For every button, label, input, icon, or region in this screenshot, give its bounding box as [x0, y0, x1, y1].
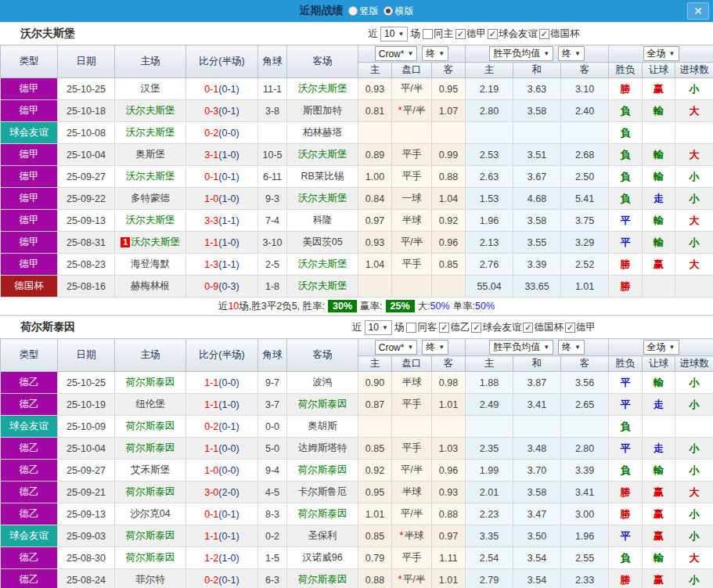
chevron-down-icon: ▼: [574, 344, 581, 351]
mean-away: 3.39: [561, 460, 609, 482]
result-goals: [675, 122, 713, 144]
match-row: 德甲25-08-311沃尔夫斯堡1-1(1-0)3-10美因茨050.93平/半…: [1, 232, 713, 254]
corner-score: 5-0: [258, 438, 287, 460]
same-venue-checkbox[interactable]: 同客: [406, 321, 437, 334]
mean-home: 2.01: [466, 482, 513, 503]
handicap-name: *半球: [392, 525, 432, 547]
col-away: 客场: [287, 45, 358, 78]
league-checkbox[interactable]: ✓德国杯: [539, 27, 580, 41]
result-wdl: 勝: [609, 569, 643, 588]
odds-away: [432, 416, 466, 438]
league-checkbox[interactable]: ✓球会友谊: [488, 27, 538, 41]
checkbox-label: 球会友谊: [499, 27, 538, 41]
result-handicap: 赢: [643, 78, 675, 100]
away-team: 斯图加特: [287, 100, 358, 122]
checkbox-checked-icon: ✓: [488, 29, 498, 39]
match-score: 1-0(1-0): [186, 188, 258, 210]
col-mean-home: 主: [466, 356, 513, 372]
odds-home: 0.85: [358, 525, 392, 547]
match-date: 25-10-04: [58, 144, 115, 166]
match-count-select[interactable]: 10▼: [380, 27, 408, 41]
mean-draw: 3.63: [513, 78, 561, 100]
col-corner: 角球: [258, 339, 287, 372]
bookmaker-select[interactable]: Crow*▼: [375, 340, 418, 355]
league-badge: 德乙: [1, 438, 58, 460]
checkbox-unchecked-icon: [406, 323, 416, 333]
scope-select[interactable]: 全场▼: [643, 46, 679, 61]
bookmaker-select[interactable]: Crow*▼: [375, 46, 418, 61]
mean-home: 3.35: [466, 525, 513, 547]
checkbox-label: 球会友谊: [482, 321, 521, 334]
chevron-down-icon: ▼: [543, 50, 549, 57]
odds-home: 0.97: [358, 210, 392, 232]
league-badge: 德甲: [1, 210, 58, 232]
match-row: 德甲25-09-13沃尔夫斯堡3-3(1-1)7-4科隆0.97半球0.921.…: [1, 210, 713, 232]
league-badge: 德乙: [1, 372, 58, 394]
result-wdl: 負: [609, 166, 643, 188]
corner-score: 1-5: [258, 547, 287, 569]
col-spread: 让球: [643, 63, 675, 78]
corner-score: 2-5: [258, 254, 287, 276]
col-date: 日期: [58, 45, 115, 78]
odds-home: [358, 122, 392, 144]
layout-radio-horizontal[interactable]: 横版: [384, 5, 414, 18]
col-score: 比分(半场): [186, 339, 258, 372]
mean-away: 2.40: [561, 100, 609, 122]
win-rate-badge: 30%: [328, 300, 357, 312]
match-row: 德乙25-09-21荷尔斯泰因3-0(2-0)4-5卡尔斯鲁厄0.95半球0.9…: [1, 482, 713, 503]
mean-draw: 4.68: [513, 188, 561, 210]
mean-draw: 3.48: [513, 438, 561, 460]
mean-away: 2.55: [561, 547, 609, 569]
handicap-name: 平手: [392, 394, 432, 416]
odds-away: 1.03: [432, 438, 466, 460]
league-checkbox[interactable]: ✓德乙: [439, 321, 470, 334]
home-team: 赫梅林根: [115, 276, 186, 298]
mean-draw: 3.70: [513, 460, 561, 482]
home-team: 荷尔斯泰因: [115, 482, 186, 503]
mean-type-select[interactable]: 胜平负均值▼: [489, 46, 553, 61]
mean-stage-select[interactable]: 终▼: [558, 46, 585, 61]
result-wdl: 負: [609, 460, 643, 482]
league-checkbox[interactable]: ✓德国杯: [523, 321, 564, 334]
result-handicap: 輸: [643, 210, 675, 232]
league-checkbox[interactable]: ✓德甲: [565, 321, 596, 334]
odds-stage-select[interactable]: 终▼: [422, 46, 448, 61]
same-venue-checkbox[interactable]: 同主: [423, 27, 453, 41]
checkbox-checked-icon: ✓: [523, 323, 533, 333]
league-badge: 德乙: [1, 547, 58, 569]
match-date: 25-09-13: [58, 210, 115, 232]
col-result: 胜负: [609, 63, 643, 78]
result-handicap: 輸: [643, 232, 675, 254]
mean-draw: 3.87: [513, 372, 561, 394]
result-wdl: 負: [609, 188, 643, 210]
mean-draw: 3.58: [513, 210, 561, 232]
home-team: 艾禾斯堡: [115, 460, 186, 482]
league-badge: 德乙: [1, 503, 58, 525]
scope-select[interactable]: 全场▼: [643, 340, 679, 355]
match-score: 1-1(0-1): [186, 525, 258, 547]
mean-away: 3.75: [561, 210, 609, 232]
league-badge: 德甲: [1, 188, 58, 210]
checkbox-unchecked-icon: [423, 29, 433, 39]
match-date: 25-10-18: [58, 100, 115, 122]
checkbox-checked-icon: ✓: [565, 323, 575, 333]
mean-away: 2.80: [561, 438, 609, 460]
league-checkbox[interactable]: ✓德甲: [456, 27, 486, 41]
match-date: 25-10-19: [58, 394, 115, 416]
corner-score: 11-1: [258, 78, 287, 100]
col-home: 主场: [115, 45, 186, 78]
home-team: 沃尔夫斯堡: [115, 100, 186, 122]
radio-unchecked-icon[interactable]: [348, 6, 358, 16]
league-checkbox[interactable]: ✓球会友谊: [471, 321, 521, 334]
mean-stage-select[interactable]: 终▼: [558, 340, 585, 355]
radio-checked-icon[interactable]: [384, 6, 393, 16]
layout-radio-vertical[interactable]: 竖版: [348, 5, 379, 18]
result-handicap: 赢: [643, 482, 675, 503]
mean-type-select[interactable]: 胜平负均值▼: [489, 340, 553, 355]
col-spread: 让球: [643, 356, 675, 372]
games-label: 场: [394, 321, 405, 334]
match-count-select[interactable]: 10▼: [365, 320, 392, 335]
close-button[interactable]: ✕: [687, 2, 709, 20]
odds-stage-select[interactable]: 终▼: [422, 340, 448, 355]
corner-score: 10-5: [258, 144, 287, 166]
